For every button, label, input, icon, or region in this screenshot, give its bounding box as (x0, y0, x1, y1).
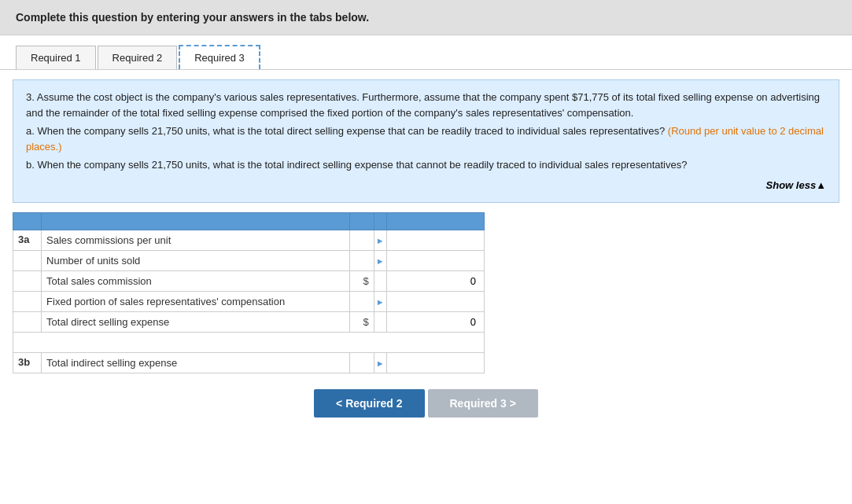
input-fixed-portion[interactable] (392, 295, 479, 308)
section-label-3b: 3b (13, 353, 42, 373)
info-text-1: 3. Assume the cost object is the company… (26, 90, 826, 120)
arrow-cell: ► (374, 353, 386, 373)
page-container: Complete this question by entering your … (0, 0, 852, 504)
input-total-indirect[interactable] (392, 356, 479, 370)
arrow-cell-empty (374, 312, 386, 333)
section-label-3a: 3a (13, 230, 42, 251)
table-row-empty (13, 333, 485, 353)
table-container: 3a Sales commissions per unit ► Number o… (13, 212, 839, 373)
section-label-empty (13, 271, 42, 292)
value-cell-sales-comm[interactable] (387, 230, 485, 251)
section-label-empty (13, 251, 42, 271)
tab-required2[interactable]: Required 2 (98, 46, 178, 69)
row-label-fixed-portion: Fixed portion of sales representatives' … (42, 292, 350, 312)
tab-required3[interactable]: Required 3 (179, 45, 260, 69)
input-units-sold[interactable] (392, 254, 479, 267)
next-button[interactable]: Required 3 > (428, 389, 538, 418)
row-label-sales-comm-per-unit: Sales commissions per unit (42, 230, 350, 251)
table-header-row (13, 213, 485, 230)
dollar-cell-total-comm: $ (349, 271, 374, 292)
dollar-cell-total-direct: $ (349, 312, 374, 333)
tab-required1[interactable]: Required 1 (16, 46, 96, 69)
table-row: Number of units sold ► (13, 251, 485, 271)
dollar-cell-empty (349, 292, 374, 312)
dollar-cell-empty (349, 353, 374, 373)
show-less: Show less▲ (26, 178, 826, 193)
info-text-2: a. When the company sells 21,750 units, … (26, 123, 826, 154)
input-total-sales-comm[interactable] (392, 274, 479, 288)
value-cell-total-indirect[interactable] (387, 353, 485, 373)
arrow-icon: ► (376, 359, 385, 368)
input-total-direct[interactable] (392, 315, 479, 329)
banner-text: Complete this question by entering your … (16, 11, 369, 24)
arrow-icon: ► (376, 297, 385, 307)
input-sales-comm-per-unit[interactable] (392, 234, 479, 247)
arrow-icon: ► (376, 236, 385, 245)
info-text-3: b. When the company sells 21,750 units, … (26, 157, 826, 173)
arrow-cell: ► (374, 251, 386, 271)
row-label-total-sales-comm: Total sales commission (42, 271, 350, 292)
value-cell-fixed-portion[interactable] (387, 292, 485, 312)
value-cell-total-direct[interactable] (387, 312, 485, 333)
dollar-cell (349, 230, 374, 251)
table-row: Fixed portion of sales representatives' … (13, 292, 485, 312)
arrow-cell: ► (374, 292, 386, 312)
tabs-area: Required 1 Required 2 Required 3 (0, 35, 852, 70)
section-label-empty (13, 312, 42, 333)
arrow-cell: ► (374, 230, 386, 251)
table-row: 3a Sales commissions per unit ► (13, 230, 485, 251)
value-cell-total-comm[interactable] (387, 271, 485, 292)
arrow-cell-empty (374, 271, 386, 292)
prev-button[interactable]: < Required 2 (314, 389, 424, 418)
top-banner: Complete this question by entering your … (0, 0, 852, 35)
row-label-units-sold: Number of units sold (42, 251, 350, 271)
data-table: 3a Sales commissions per unit ► Number o… (13, 212, 485, 373)
value-cell-units-sold[interactable] (387, 251, 485, 271)
arrow-icon: ► (376, 256, 385, 266)
section-label-empty (13, 292, 42, 312)
bottom-nav: < Required 2 Required 3 > (0, 389, 852, 418)
row-label-total-indirect: Total indirect selling expense (42, 353, 350, 373)
dollar-cell (349, 251, 374, 271)
info-box: 3. Assume the cost object is the company… (13, 79, 839, 203)
table-row: Total sales commission $ (13, 271, 485, 292)
table-row: Total direct selling expense $ (13, 312, 485, 333)
row-label-total-direct: Total direct selling expense (42, 312, 350, 333)
table-row: 3b Total indirect selling expense ► (13, 353, 485, 373)
